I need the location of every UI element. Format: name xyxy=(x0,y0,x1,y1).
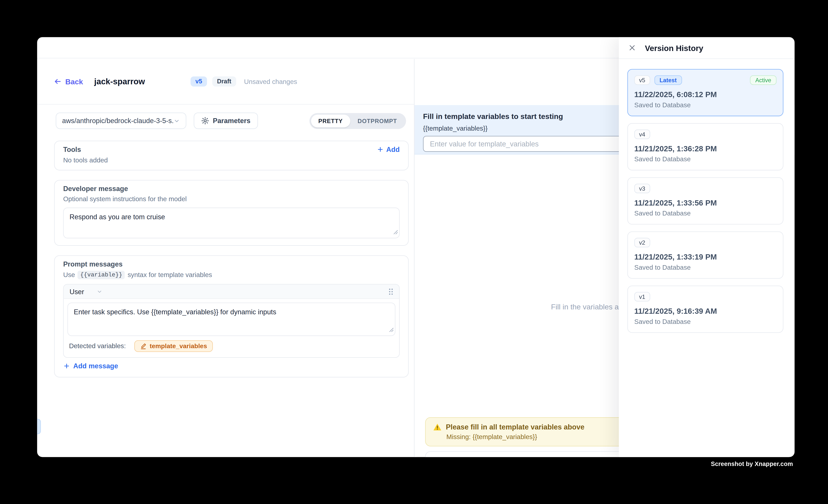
plus-icon xyxy=(63,363,70,370)
app-window: Back jack-sparrow v5 Draft Unsaved chang… xyxy=(37,37,794,457)
message-input[interactable]: Enter task specifics. Use {{template_var… xyxy=(67,303,396,336)
toggle-pretty[interactable]: PRETTY xyxy=(311,115,350,127)
version-number-badge: v4 xyxy=(634,129,650,139)
role-select-value: User xyxy=(70,287,84,295)
tools-empty-text: No tools added xyxy=(63,157,400,164)
version-number-badge: v1 xyxy=(634,292,650,301)
developer-message-title: Developer message xyxy=(63,185,400,193)
chevron-down-icon xyxy=(97,289,103,294)
draft-badge: Draft xyxy=(212,76,236,87)
model-select[interactable]: aws/anthropic/bedrock-claude-3-5-s... xyxy=(56,113,186,129)
edge-indicator xyxy=(37,419,41,434)
version-card[interactable]: v1 11/21/2025, 9:16:39 AM Saved to Datab… xyxy=(627,286,783,333)
version-timestamp: 11/21/2025, 1:33:56 PM xyxy=(634,199,777,207)
watermark: Screenshot by Xnapper.com xyxy=(711,461,793,467)
parameters-button[interactable]: Parameters xyxy=(194,113,258,129)
parameters-label: Parameters xyxy=(213,117,250,125)
toggle-dotprompt[interactable]: DOTPROMPT xyxy=(350,115,404,127)
version-status: Saved to Database xyxy=(634,210,777,217)
prompt-messages-card: Prompt messages Use {{variable}} syntax … xyxy=(54,255,409,378)
toolbar: aws/anthropic/bedrock-claude-3-5-s... xyxy=(37,113,417,129)
tools-card: Tools Add No tools added xyxy=(54,140,409,170)
prompt-subtitle-prefix: Use xyxy=(63,271,75,279)
role-select[interactable]: User xyxy=(69,287,103,295)
developer-message-subtitle: Optional system instructions for the mod… xyxy=(63,195,400,203)
model-select-value: aws/anthropic/bedrock-claude-3-5-s... xyxy=(62,117,173,125)
version-status: Saved to Database xyxy=(634,318,777,325)
version-card[interactable]: v5 Latest Active 11/22/2025, 6:08:12 PM … xyxy=(627,69,783,116)
tools-title: Tools xyxy=(63,145,81,153)
plus-icon xyxy=(377,146,384,153)
warning-title: Please fill in all template variables ab… xyxy=(446,423,584,431)
template-variable-chip-label: template_variables xyxy=(150,342,207,350)
developer-message-card: Developer message Optional system instru… xyxy=(54,180,409,246)
prompt-subtitle-suffix: syntax for template variables xyxy=(128,271,212,279)
latest-badge: Latest xyxy=(654,76,682,85)
chevron-down-icon xyxy=(173,118,180,124)
version-badge: v5 xyxy=(191,76,207,87)
back-label: Back xyxy=(65,77,83,86)
message-block: User xyxy=(63,284,400,358)
pencil-icon xyxy=(140,343,147,349)
version-number-badge: v2 xyxy=(634,238,650,248)
version-status: Saved to Database xyxy=(634,156,777,163)
arrow-left-icon xyxy=(54,78,61,85)
add-message-label: Add message xyxy=(73,362,118,370)
close-icon[interactable] xyxy=(627,43,637,53)
active-badge: Active xyxy=(750,76,777,85)
version-history-title: Version History xyxy=(645,43,703,52)
version-number-badge: v3 xyxy=(634,184,650,193)
gear-icon xyxy=(201,117,209,125)
version-timestamp: 11/22/2025, 6:08:12 PM xyxy=(634,90,777,99)
screenshot-stage: Back jack-sparrow v5 Draft Unsaved chang… xyxy=(0,0,828,504)
version-number-badge: v5 xyxy=(634,76,650,85)
version-status: Saved to Database xyxy=(634,101,777,109)
add-message-button[interactable]: Add message xyxy=(63,362,400,370)
add-tool-button[interactable]: Add xyxy=(377,145,400,153)
version-timestamp: 11/21/2025, 1:33:19 PM xyxy=(634,253,777,261)
version-history-header: Version History xyxy=(619,37,795,59)
unsaved-changes-text: Unsaved changes xyxy=(244,78,297,85)
version-card[interactable]: v2 11/21/2025, 1:33:19 PM Saved to Datab… xyxy=(627,232,783,279)
format-toggle: PRETTY DOTPROMPT xyxy=(309,113,406,129)
version-status: Saved to Database xyxy=(634,264,777,271)
editor-pane: Back jack-sparrow v5 Draft Unsaved chang… xyxy=(37,59,417,457)
version-history-panel: Version History v5 Latest Active 11/22/2… xyxy=(619,37,795,457)
version-card[interactable]: v4 11/21/2025, 1:36:28 PM Saved to Datab… xyxy=(627,123,783,170)
document-header: Back jack-sparrow v5 Draft Unsaved chang… xyxy=(37,59,417,104)
prompt-messages-title: Prompt messages xyxy=(63,260,400,268)
detected-variables-label: Detected variables: xyxy=(69,342,126,350)
editor-cards: Tools Add No tools added Devel xyxy=(54,140,409,377)
version-list: v5 Latest Active 11/22/2025, 6:08:12 PM … xyxy=(619,59,795,333)
version-timestamp: 11/21/2025, 1:36:28 PM xyxy=(634,144,777,153)
template-variable-chip[interactable]: template_variables xyxy=(134,340,213,352)
page-title: jack-sparrow xyxy=(94,77,145,86)
message-header: User xyxy=(64,285,399,299)
drag-handle-icon[interactable] xyxy=(388,287,394,295)
add-tool-label: Add xyxy=(386,145,400,153)
warning-triangle-icon xyxy=(433,423,442,431)
developer-message-input[interactable]: Respond as you are tom cruise xyxy=(63,208,400,239)
version-timestamp: 11/21/2025, 9:16:39 AM xyxy=(634,307,777,315)
back-button[interactable]: Back xyxy=(54,77,83,86)
version-card[interactable]: v3 11/21/2025, 1:33:56 PM Saved to Datab… xyxy=(627,177,783,224)
variable-syntax-chip: {{variable}} xyxy=(78,270,125,279)
